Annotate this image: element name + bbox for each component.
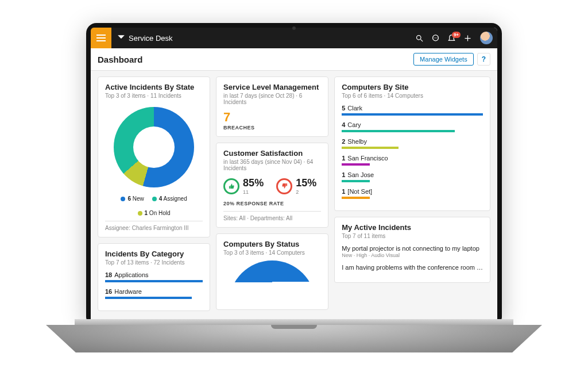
donut-chart bbox=[105, 107, 203, 187]
widget-footer: Assignee: Charles Farmington III bbox=[105, 221, 203, 231]
incident-item[interactable]: I am having problems with the conference… bbox=[342, 264, 483, 271]
laptop-mockup: Service Desk 9+ D bbox=[0, 0, 588, 368]
legend-item: 4 Assigned bbox=[152, 195, 187, 202]
widget-subtitle: Top 7 of 13 items · 72 Incidents bbox=[105, 259, 203, 266]
screen-bezel: Service Desk 9+ D bbox=[86, 23, 502, 322]
thumbs-up-icon bbox=[223, 178, 239, 194]
page-title: Dashboard bbox=[98, 55, 142, 64]
chat-button[interactable] bbox=[427, 34, 443, 43]
search-button[interactable] bbox=[411, 34, 427, 43]
search-icon bbox=[415, 34, 424, 43]
bar-row[interactable]: 18Applications bbox=[105, 271, 203, 282]
manage-widgets-button[interactable]: Manage Widgets bbox=[413, 53, 474, 66]
app-screen: Service Desk 9+ D bbox=[91, 28, 497, 322]
camera-dot bbox=[292, 26, 296, 30]
widget-title: Computers By Status bbox=[223, 240, 321, 248]
positive-rating: 85% 11 bbox=[223, 177, 264, 195]
breach-label: BREACHES bbox=[223, 125, 321, 131]
bar-row[interactable]: 1[Not Set] bbox=[342, 188, 483, 199]
negative-rating: 15% 2 bbox=[276, 177, 316, 195]
avatar[interactable] bbox=[480, 32, 493, 44]
topbar: Service Desk 9+ bbox=[91, 28, 497, 48]
legend-dot-icon bbox=[121, 197, 125, 201]
help-button[interactable]: ? bbox=[477, 53, 490, 66]
widget-customer-satisfaction[interactable]: Customer Satisfaction in last 365 days (… bbox=[216, 143, 328, 228]
brand[interactable]: Service Desk bbox=[111, 34, 173, 43]
incident-item[interactable]: My portal projector is not connecting to… bbox=[342, 245, 483, 258]
bar-row[interactable]: 4Cary bbox=[342, 121, 483, 132]
breach-count: 7 bbox=[223, 110, 321, 125]
widget-incidents-by-category[interactable]: Incidents By Category Top 7 of 13 items … bbox=[98, 243, 210, 311]
legend-dot-icon bbox=[138, 211, 142, 216]
menu-button[interactable] bbox=[91, 28, 111, 48]
svg-point-5 bbox=[436, 37, 437, 38]
legend-dot-icon bbox=[152, 197, 157, 201]
widget-service-level-management[interactable]: Service Level Management in last 7 days … bbox=[216, 76, 328, 137]
widget-computers-by-site[interactable]: Computers By Site Top 6 of 6 items · 14 … bbox=[334, 76, 490, 211]
widget-subtitle: Top 3 of 3 items · 11 Incidents bbox=[105, 93, 203, 99]
widget-footer: Sites: All · Departments: All bbox=[223, 211, 321, 221]
negative-count: 2 bbox=[296, 189, 316, 195]
bar-row[interactable]: 5Clark bbox=[342, 105, 483, 116]
svg-point-3 bbox=[434, 37, 434, 38]
notifications-button[interactable]: 9+ bbox=[443, 34, 459, 43]
thumbs-down-icon bbox=[276, 178, 292, 194]
brand-icon bbox=[117, 34, 125, 42]
widget-title: Computers By Site bbox=[342, 83, 483, 91]
plus-icon bbox=[463, 34, 472, 43]
svg-point-0 bbox=[416, 35, 421, 40]
laptop-base bbox=[46, 325, 542, 352]
laptop-notch bbox=[271, 325, 317, 329]
widget-subtitle: in last 7 days (since Oct 28) · 6 Incide… bbox=[223, 93, 321, 105]
widget-subtitle: in last 365 days (since Nov 04) · 64 Inc… bbox=[223, 159, 321, 171]
widget-active-incidents-by-state[interactable]: Active Incidents By State Top 3 of 3 ite… bbox=[98, 76, 210, 237]
donut-chart bbox=[229, 260, 315, 304]
brand-text: Service Desk bbox=[129, 34, 173, 43]
legend-item: 6 New bbox=[121, 195, 144, 202]
widget-title: Customer Satisfaction bbox=[223, 149, 321, 158]
widget-subtitle: Top 7 of 11 items bbox=[342, 233, 483, 239]
chat-icon bbox=[431, 34, 440, 43]
add-button[interactable] bbox=[459, 34, 475, 43]
chart-legend: 6 New4 Assigned1 On Hold bbox=[105, 195, 203, 216]
svg-line-1 bbox=[420, 39, 423, 41]
page-header: Dashboard Manage Widgets ? bbox=[91, 48, 497, 71]
hamburger-icon bbox=[96, 37, 106, 39]
bar-row[interactable]: 1San Jose bbox=[342, 171, 483, 182]
bar-row[interactable]: 1San Francisco bbox=[342, 155, 483, 166]
widget-subtitle: Top 6 of 6 items · 14 Computers bbox=[342, 93, 483, 99]
response-rate: 20% RESPONSE RATE bbox=[223, 201, 321, 206]
svg-point-4 bbox=[435, 37, 435, 38]
donut-icon bbox=[114, 107, 194, 187]
bar-row[interactable]: 16Hardware bbox=[105, 288, 203, 299]
dashboard-content: Active Incidents By State Top 3 of 3 ite… bbox=[91, 71, 497, 322]
bar-row[interactable]: 2Shelby bbox=[342, 138, 483, 149]
widget-my-active-incidents[interactable]: My Active Incidents Top 7 of 11 items My… bbox=[334, 217, 490, 283]
widget-subtitle: Top 3 of 3 items · 14 Computers bbox=[223, 250, 321, 256]
widget-title: Active Incidents By State bbox=[105, 83, 203, 91]
widget-title: My Active Incidents bbox=[342, 223, 483, 232]
legend-item: 1 On Hold bbox=[138, 210, 171, 216]
widget-title: Service Level Management bbox=[223, 83, 321, 91]
negative-percent: 15% bbox=[296, 177, 316, 189]
widget-computers-by-status[interactable]: Computers By Status Top 3 of 3 items · 1… bbox=[216, 233, 328, 310]
widget-title: Incidents By Category bbox=[105, 250, 203, 258]
positive-count: 11 bbox=[243, 189, 264, 195]
positive-percent: 85% bbox=[243, 177, 264, 189]
